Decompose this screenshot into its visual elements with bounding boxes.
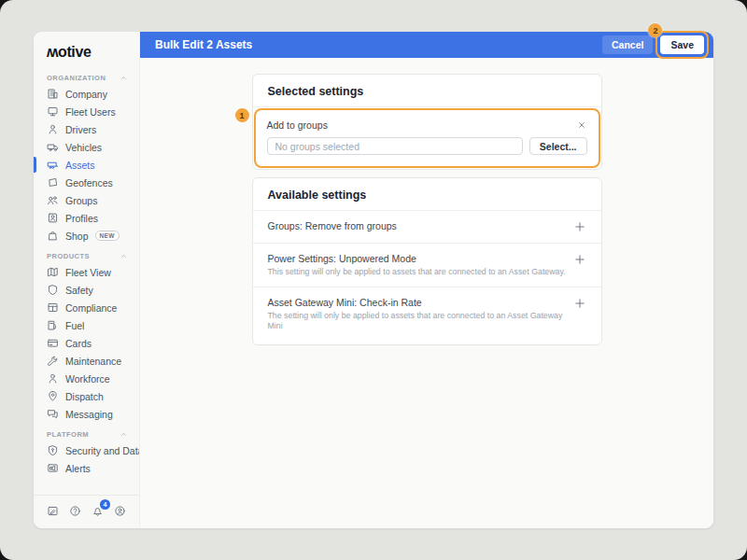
sidebar-item-shop[interactable]: ShopNEW	[34, 227, 139, 245]
available-setting-row: Asset Gateway Mini: Check-in RateThe set…	[253, 287, 601, 344]
sidebar-item-messaging[interactable]: Messaging	[34, 405, 139, 423]
fleet-view-icon	[47, 266, 59, 278]
sidebar-item-alerts[interactable]: Alerts	[34, 459, 139, 477]
add-setting-plus-icon[interactable]	[573, 297, 586, 310]
sidebar-item-groups[interactable]: Groups	[34, 191, 139, 209]
setting-text: Power Settings: Unpowered ModeThis setti…	[268, 253, 566, 277]
account-icon[interactable]	[114, 505, 126, 517]
sidebar-item-label: Fuel	[65, 320, 84, 331]
sidebar-item-profiles[interactable]: Profiles	[34, 209, 139, 227]
sidebar-item-fleet-users[interactable]: Fleet Users	[34, 103, 139, 120]
sidebar-item-label: Messaging	[65, 409, 113, 420]
sidebar-item-compliance[interactable]: Compliance	[34, 299, 139, 316]
setting-title: Asset Gateway Mini: Check-in Rate	[268, 297, 573, 309]
content: Selected settings 1 Add to groups Select…	[140, 58, 713, 528]
compliance-icon	[47, 301, 59, 314]
sidebar-item-cards[interactable]: Cards	[34, 334, 139, 352]
help-icon[interactable]	[69, 505, 81, 517]
fuel-icon	[47, 319, 59, 331]
sidebar-item-vehicles[interactable]: Vehicles	[34, 138, 139, 156]
sidebar: ʍotive ORGANIZATIONCompanyFleet UsersDri…	[34, 32, 140, 528]
sidebar-item-label: Dispatch	[65, 391, 104, 402]
setting-text: Asset Gateway Mini: Check-in RateThe set…	[268, 297, 573, 331]
sidebar-item-label: Cards	[65, 338, 92, 349]
sidebar-item-label: Maintenance	[65, 356, 121, 367]
sidebar-item-label: Alerts	[65, 463, 91, 474]
drivers-icon	[47, 123, 59, 135]
selected-settings-card: Selected settings 1 Add to groups Select…	[252, 74, 602, 170]
sidebar-item-workforce[interactable]: Workforce	[34, 370, 139, 387]
vehicles-icon	[47, 141, 59, 153]
save-button-wrap: 2 Save	[660, 35, 704, 54]
save-button[interactable]: Save	[660, 35, 704, 54]
groups-icon	[47, 194, 59, 206]
sidebar-item-fleet-view[interactable]: Fleet View	[34, 263, 139, 281]
annotation-step-2-badge: 2	[648, 23, 662, 37]
available-settings-title: Available settings	[253, 178, 601, 211]
sidebar-item-label: Groups	[65, 195, 97, 206]
topbar-actions: Cancel 2 Save	[602, 35, 704, 54]
maintenance-icon	[47, 355, 59, 367]
sidebar-item-label: Company	[65, 89, 107, 100]
setting-title: Power Settings: Unpowered Mode	[268, 253, 566, 265]
dispatch-icon	[47, 390, 59, 402]
select-groups-button[interactable]: Select...	[529, 137, 587, 155]
chevron-up-icon	[120, 430, 128, 439]
sidebar-item-label: Compliance	[65, 302, 117, 314]
sidebar-section-label: PLATFORM	[47, 430, 89, 439]
new-badge: NEW	[95, 231, 120, 241]
sidebar-section-label: PRODUCTS	[47, 252, 90, 260]
app-window: ʍotive ORGANIZATIONCompanyFleet UsersDri…	[34, 32, 713, 528]
sidebar-section-organization[interactable]: ORGANIZATION	[34, 66, 139, 85]
sidebar-section-platform[interactable]: PLATFORM	[34, 423, 139, 441]
page-title: Bulk Edit 2 Assets	[155, 38, 252, 51]
geofences-icon	[47, 176, 59, 189]
sidebar-item-safety[interactable]: Safety	[34, 281, 139, 299]
groups-input[interactable]	[267, 137, 523, 155]
sidebar-item-assets[interactable]: Assets	[34, 156, 139, 174]
whats-new-icon[interactable]	[47, 505, 59, 517]
assets-icon	[47, 159, 59, 171]
alerts-icon	[47, 462, 59, 474]
sidebar-item-label: Drivers	[65, 124, 96, 135]
sidebar-item-label: Safety	[65, 285, 93, 296]
cards-icon	[47, 337, 59, 349]
sidebar-item-label: Fleet View	[65, 267, 111, 278]
sidebar-item-label: Shop	[65, 231, 89, 242]
notifications-bell-icon[interactable]: 4	[92, 505, 104, 517]
sidebar-item-maintenance[interactable]: Maintenance	[34, 352, 139, 370]
sidebar-item-fuel[interactable]: Fuel	[34, 316, 139, 334]
annotation-step-1-badge: 1	[235, 108, 249, 122]
screen-background: ʍotive ORGANIZATIONCompanyFleet UsersDri…	[0, 0, 747, 560]
add-to-groups-controls: Select...	[267, 137, 587, 155]
setting-description: The setting will only be applied to asse…	[268, 311, 573, 331]
main-area: Bulk Edit 2 Assets Cancel 2 Save Selecte…	[140, 32, 713, 528]
messaging-icon	[47, 408, 59, 420]
sidebar-item-label: Assets	[65, 160, 95, 171]
available-settings-card: Available settings Groups: Remove from g…	[252, 177, 602, 345]
sidebar-item-geofences[interactable]: Geofences	[34, 174, 139, 191]
available-setting-row: Power Settings: Unpowered ModeThis setti…	[253, 244, 601, 287]
sidebar-item-dispatch[interactable]: Dispatch	[34, 387, 139, 405]
profiles-icon	[47, 212, 59, 224]
add-setting-plus-icon[interactable]	[573, 220, 586, 233]
add-setting-plus-icon[interactable]	[573, 253, 586, 266]
sidebar-nav: ORGANIZATIONCompanyFleet UsersDriversVeh…	[34, 66, 139, 495]
add-to-groups-header: Add to groups	[267, 119, 587, 131]
sidebar-item-security-and-data[interactable]: Security and Data	[34, 441, 139, 459]
sidebar-section-products[interactable]: PRODUCTS	[34, 245, 139, 263]
remove-setting-close-icon[interactable]	[576, 119, 587, 131]
motive-logo: ʍotive	[34, 32, 139, 66]
available-settings-list: Groups: Remove from groupsPower Settings…	[253, 211, 601, 344]
sidebar-item-drivers[interactable]: Drivers	[34, 120, 139, 138]
safety-icon	[47, 284, 59, 296]
topbar: Bulk Edit 2 Assets Cancel 2 Save	[140, 32, 713, 58]
sidebar-item-label: Fleet Users	[65, 106, 116, 118]
add-to-groups-label: Add to groups	[267, 119, 328, 131]
cancel-button[interactable]: Cancel	[602, 35, 653, 54]
sidebar-item-label: Vehicles	[65, 142, 102, 153]
sidebar-item-label: Geofences	[65, 177, 113, 189]
setting-title: Groups: Remove from groups	[268, 220, 397, 232]
sidebar-item-company[interactable]: Company	[34, 85, 139, 103]
company-icon	[47, 88, 59, 100]
